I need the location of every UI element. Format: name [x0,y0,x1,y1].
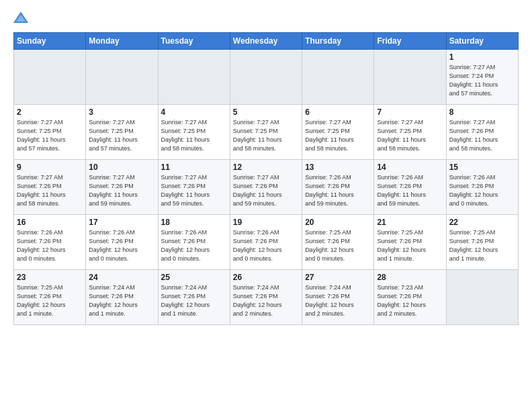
logo [13,11,31,26]
day-number: 4 [161,107,227,117]
calendar-cell [374,50,446,105]
day-number: 14 [377,163,443,172]
day-number: 25 [161,273,227,282]
day-info: Sunrise: 7:27 AM Sunset: 7:25 PM Dayligh… [305,118,371,153]
day-info: Sunrise: 7:27 AM Sunset: 7:26 PM Dayligh… [449,118,515,153]
day-number: 22 [449,218,515,227]
day-info: Sunrise: 7:24 AM Sunset: 7:26 PM Dayligh… [89,283,154,318]
week-row-0: 1Sunrise: 7:27 AM Sunset: 7:24 PM Daylig… [14,50,519,105]
calendar-cell: 19Sunrise: 7:26 AM Sunset: 7:26 PM Dayli… [230,215,302,270]
day-number: 24 [89,273,154,282]
day-info: Sunrise: 7:27 AM Sunset: 7:25 PM Dayligh… [17,118,83,153]
day-info: Sunrise: 7:25 AM Sunset: 7:26 PM Dayligh… [17,283,83,318]
calendar-cell: 6Sunrise: 7:27 AM Sunset: 7:25 PM Daylig… [302,105,374,160]
day-info: Sunrise: 7:26 AM Sunset: 7:26 PM Dayligh… [89,228,154,263]
day-info: Sunrise: 7:27 AM Sunset: 7:26 PM Dayligh… [17,173,83,208]
day-info: Sunrise: 7:26 AM Sunset: 7:26 PM Dayligh… [233,228,299,263]
calendar-cell: 28Sunrise: 7:23 AM Sunset: 7:26 PM Dayli… [374,270,446,325]
calendar-cell [446,270,518,325]
calendar-cell: 5Sunrise: 7:27 AM Sunset: 7:25 PM Daylig… [230,105,302,160]
calendar-cell [230,50,302,105]
calendar-cell: 12Sunrise: 7:27 AM Sunset: 7:26 PM Dayli… [230,160,302,215]
calendar-cell: 16Sunrise: 7:26 AM Sunset: 7:26 PM Dayli… [14,215,86,270]
calendar-cell: 27Sunrise: 7:24 AM Sunset: 7:26 PM Dayli… [302,270,374,325]
day-number: 6 [305,107,371,117]
calendar-cell: 10Sunrise: 7:27 AM Sunset: 7:26 PM Dayli… [86,160,158,215]
day-info: Sunrise: 7:27 AM Sunset: 7:25 PM Dayligh… [377,118,443,153]
logo-icon [13,11,28,26]
calendar-cell: 1Sunrise: 7:27 AM Sunset: 7:24 PM Daylig… [446,50,518,105]
day-info: Sunrise: 7:25 AM Sunset: 7:26 PM Dayligh… [305,228,371,263]
calendar-cell: 9Sunrise: 7:27 AM Sunset: 7:26 PM Daylig… [14,160,86,215]
day-number: 10 [89,163,154,172]
day-number: 8 [449,107,515,117]
day-info: Sunrise: 7:27 AM Sunset: 7:25 PM Dayligh… [89,118,154,153]
day-number: 2 [17,107,83,117]
day-number: 23 [17,273,83,282]
day-number: 9 [17,163,83,172]
day-info: Sunrise: 7:27 AM Sunset: 7:25 PM Dayligh… [161,118,227,153]
calendar-cell: 4Sunrise: 7:27 AM Sunset: 7:25 PM Daylig… [158,105,230,160]
day-info: Sunrise: 7:27 AM Sunset: 7:25 PM Dayligh… [233,118,299,153]
calendar-cell [14,50,86,105]
calendar-cell: 13Sunrise: 7:26 AM Sunset: 7:26 PM Dayli… [302,160,374,215]
calendar-cell: 15Sunrise: 7:26 AM Sunset: 7:26 PM Dayli… [446,160,518,215]
day-info: Sunrise: 7:24 AM Sunset: 7:26 PM Dayligh… [305,283,371,318]
calendar-cell: 14Sunrise: 7:26 AM Sunset: 7:26 PM Dayli… [374,160,446,215]
day-info: Sunrise: 7:26 AM Sunset: 7:26 PM Dayligh… [305,173,371,208]
day-info: Sunrise: 7:26 AM Sunset: 7:26 PM Dayligh… [161,228,227,263]
calendar-cell: 11Sunrise: 7:27 AM Sunset: 7:26 PM Dayli… [158,160,230,215]
weekday-header-saturday: Saturday [446,33,518,50]
day-info: Sunrise: 7:26 AM Sunset: 7:26 PM Dayligh… [17,228,83,263]
weekday-header-tuesday: Tuesday [158,33,230,50]
weekday-header-thursday: Thursday [302,33,374,50]
weekday-header-friday: Friday [374,33,446,50]
day-info: Sunrise: 7:26 AM Sunset: 7:26 PM Dayligh… [377,173,443,208]
day-number: 27 [305,273,371,282]
day-info: Sunrise: 7:23 AM Sunset: 7:26 PM Dayligh… [377,283,443,318]
day-info: Sunrise: 7:27 AM Sunset: 7:26 PM Dayligh… [161,173,227,208]
day-number: 7 [377,107,443,117]
day-number: 18 [161,218,227,227]
calendar-cell: 2Sunrise: 7:27 AM Sunset: 7:25 PM Daylig… [14,105,86,160]
day-number: 26 [233,273,299,282]
day-info: Sunrise: 7:27 AM Sunset: 7:24 PM Dayligh… [449,63,515,98]
calendar-cell: 23Sunrise: 7:25 AM Sunset: 7:26 PM Dayli… [14,270,86,325]
day-info: Sunrise: 7:24 AM Sunset: 7:26 PM Dayligh… [161,283,227,318]
calendar-cell: 25Sunrise: 7:24 AM Sunset: 7:26 PM Dayli… [158,270,230,325]
weekday-header-wednesday: Wednesday [230,33,302,50]
header [13,11,519,26]
calendar-cell [86,50,158,105]
day-number: 13 [305,163,371,172]
day-number: 17 [89,218,154,227]
calendar-cell: 26Sunrise: 7:24 AM Sunset: 7:26 PM Dayli… [230,270,302,325]
calendar-cell: 24Sunrise: 7:24 AM Sunset: 7:26 PM Dayli… [86,270,158,325]
calendar-cell: 7Sunrise: 7:27 AM Sunset: 7:25 PM Daylig… [374,105,446,160]
calendar-cell [302,50,374,105]
calendar-cell [158,50,230,105]
week-row-4: 23Sunrise: 7:25 AM Sunset: 7:26 PM Dayli… [14,270,519,325]
day-number: 20 [305,218,371,227]
weekday-header-sunday: Sunday [14,33,86,50]
day-number: 11 [161,163,227,172]
week-row-1: 2Sunrise: 7:27 AM Sunset: 7:25 PM Daylig… [14,105,519,160]
day-number: 3 [89,107,154,117]
day-number: 1 [449,52,515,62]
day-number: 16 [17,218,83,227]
day-number: 21 [377,218,443,227]
calendar-cell: 3Sunrise: 7:27 AM Sunset: 7:25 PM Daylig… [86,105,158,160]
day-number: 5 [233,107,299,117]
day-info: Sunrise: 7:26 AM Sunset: 7:26 PM Dayligh… [449,173,515,208]
calendar-table: SundayMondayTuesdayWednesdayThursdayFrid… [13,32,519,325]
weekday-header-row: SundayMondayTuesdayWednesdayThursdayFrid… [14,33,519,50]
day-info: Sunrise: 7:25 AM Sunset: 7:26 PM Dayligh… [449,228,515,263]
calendar-cell: 22Sunrise: 7:25 AM Sunset: 7:26 PM Dayli… [446,215,518,270]
day-info: Sunrise: 7:27 AM Sunset: 7:26 PM Dayligh… [233,173,299,208]
day-number: 19 [233,218,299,227]
week-row-2: 9Sunrise: 7:27 AM Sunset: 7:26 PM Daylig… [14,160,519,215]
day-info: Sunrise: 7:25 AM Sunset: 7:26 PM Dayligh… [377,228,443,263]
week-row-3: 16Sunrise: 7:26 AM Sunset: 7:26 PM Dayli… [14,215,519,270]
calendar-cell: 18Sunrise: 7:26 AM Sunset: 7:26 PM Dayli… [158,215,230,270]
calendar-cell: 8Sunrise: 7:27 AM Sunset: 7:26 PM Daylig… [446,105,518,160]
day-info: Sunrise: 7:27 AM Sunset: 7:26 PM Dayligh… [89,173,154,208]
